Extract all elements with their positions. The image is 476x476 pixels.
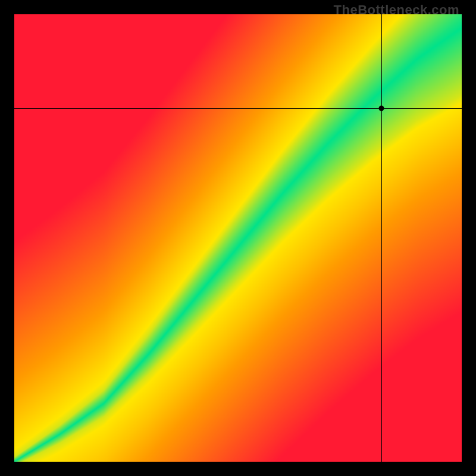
crosshair-horizontal [14, 108, 462, 109]
heatmap-plot [14, 14, 462, 462]
marker-dot [378, 105, 384, 111]
heatmap-canvas [14, 14, 462, 462]
watermark-text: TheBottleneck.com [334, 2, 459, 18]
crosshair-vertical [381, 14, 382, 462]
